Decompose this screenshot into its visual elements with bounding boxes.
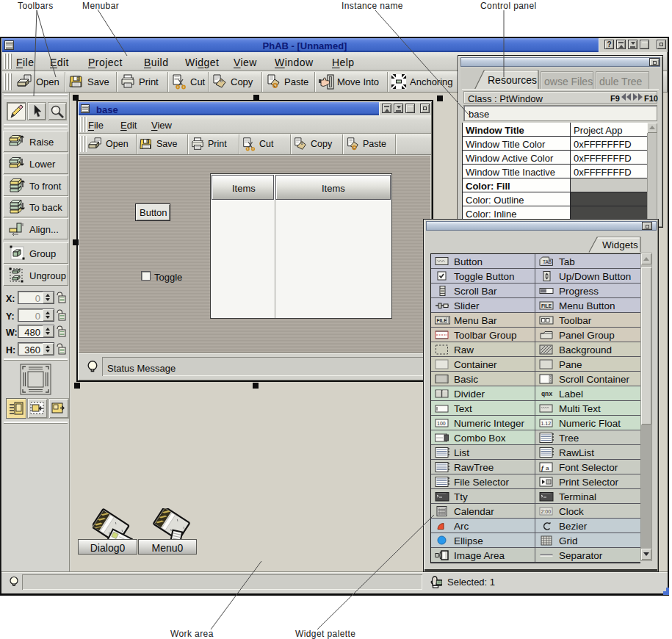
svg-text:1.12: 1.12: [541, 421, 552, 426]
svg-text:FILE: FILE: [437, 318, 448, 323]
svg-text:f: f: [541, 464, 544, 472]
svg-text:a: a: [546, 465, 549, 472]
svg-text:100: 100: [437, 421, 446, 426]
svg-text:TAB: TAB: [543, 259, 552, 264]
svg-text:FILE: FILE: [541, 303, 552, 308]
svg-text:2:00: 2:00: [541, 509, 552, 514]
svg-text:qnx: qnx: [541, 391, 552, 398]
